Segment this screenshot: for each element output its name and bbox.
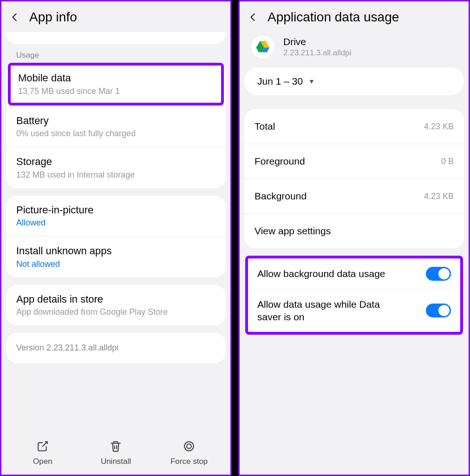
row-foreground: Foreground 0 B: [244, 144, 464, 178]
details-sub: App downloaded from Google Play Store: [16, 307, 215, 317]
svg-point-3: [187, 444, 191, 449]
bg-value: 4.23 KB: [424, 192, 454, 201]
bottom-action-bar: Open Uninstall Force stop: [1, 434, 230, 475]
content: Usage Mobile data 13.75 MB used since Ma…: [1, 32, 230, 434]
row-battery[interactable]: Battery 0% used since last fully charged: [6, 106, 226, 147]
battery-title: Battery: [16, 114, 215, 127]
highlight-mobile-data: Mobile data 13.75 MB used since Mar 1: [8, 63, 224, 106]
unknown-title: Install unknown apps: [16, 245, 215, 258]
drive-app-icon: [251, 35, 275, 59]
header: Application data usage: [240, 1, 469, 32]
total-value: 4.23 KB: [424, 122, 454, 132]
page-title: App info: [29, 10, 77, 25]
pip-sub: Allowed: [16, 218, 215, 228]
row-pip[interactable]: Picture-in-picture Allowed: [6, 196, 226, 237]
date-range-text: Jun 1 – 30: [257, 76, 303, 87]
row-total: Total 4.23 KB: [244, 109, 464, 144]
svg-point-2: [184, 442, 194, 451]
saver-toggle-switch[interactable]: [426, 304, 451, 317]
date-range-selector[interactable]: Jun 1 – 30 ▼: [244, 67, 464, 95]
mobile-data-title: Mobile data: [18, 72, 214, 85]
chevron-down-icon: ▼: [308, 78, 315, 85]
bg-toggle-label: Allow background data usage: [257, 267, 385, 280]
battery-sub: 0% used since last fully charged: [16, 129, 215, 139]
page-title: Application data usage: [268, 10, 399, 25]
bg-toggle-switch[interactable]: [426, 267, 451, 281]
details-title: App details in store: [16, 293, 215, 306]
row-background: Background 4.23 KB: [244, 178, 464, 213]
version-card: Version 2.23.211.3.all.alldpi: [6, 333, 226, 363]
content: Jun 1 – 30 ▼ Total 4.23 KB Foreground 0 …: [240, 67, 469, 475]
row-unknown-apps[interactable]: Install unknown apps Not allowed: [7, 236, 225, 278]
storage-sub: 132 MB used in Internal storage: [16, 170, 215, 180]
app-identity: Drive 2.23.211.3.all.alldpi: [240, 32, 469, 67]
usage-card: Mobile data 13.75 MB used since Mar 1 Ba…: [6, 63, 226, 188]
force-stop-button[interactable]: Force stop: [161, 440, 217, 466]
usage-section-label: Usage: [6, 47, 226, 65]
permissions-card: Picture-in-picture Allowed Install unkno…: [6, 196, 226, 278]
row-storage[interactable]: Storage 132 MB used in Internal storage: [7, 147, 225, 188]
previous-card-tail: [6, 32, 226, 44]
pip-title: Picture-in-picture: [16, 204, 215, 217]
row-view-settings[interactable]: View app settings: [244, 213, 464, 248]
uninstall-button[interactable]: Uninstall: [88, 440, 144, 466]
row-allow-data-saver[interactable]: Allow data usage while Data saver is on: [248, 289, 460, 332]
app-text: Drive 2.23.211.3.all.alldpi: [283, 36, 352, 58]
open-label: Open: [33, 457, 52, 466]
saver-toggle-label: Allow data usage while Data saver is on: [257, 298, 406, 324]
highlight-toggles: Allow background data usage Allow data u…: [245, 256, 463, 335]
bg-label: Background: [255, 191, 307, 202]
total-label: Total: [255, 121, 275, 132]
store-card: App details in store App downloaded from…: [6, 285, 226, 326]
open-icon: [37, 440, 49, 454]
stats-card: Total 4.23 KB Foreground 0 B Background …: [244, 109, 464, 248]
screens-divider: [232, 0, 238, 476]
app-version: 2.23.211.3.all.alldpi: [283, 48, 352, 58]
app-name: Drive: [283, 36, 352, 47]
row-mobile-data[interactable]: Mobile data 13.75 MB used since Mar 1: [11, 66, 221, 103]
screen-data-usage: Application data usage Drive 2.23.211.3.…: [238, 0, 470, 476]
header: App info: [1, 1, 230, 32]
back-icon[interactable]: [248, 12, 258, 22]
fg-label: Foreground: [255, 156, 305, 167]
open-button[interactable]: Open: [15, 440, 71, 466]
view-settings-label: View app settings: [255, 225, 331, 237]
mobile-data-sub: 13.75 MB used since Mar 1: [18, 86, 214, 96]
back-icon[interactable]: [10, 12, 20, 22]
screen-app-info: App info Usage Mobile data 13.75 MB used…: [0, 0, 232, 476]
toggles-card: Allow background data usage Allow data u…: [248, 258, 460, 332]
storage-title: Storage: [16, 155, 215, 168]
stop-icon: [183, 440, 195, 454]
forcestop-label: Force stop: [170, 457, 208, 466]
row-app-details[interactable]: App details in store App downloaded from…: [6, 285, 226, 326]
uninstall-label: Uninstall: [101, 457, 131, 466]
fg-value: 0 B: [441, 157, 454, 166]
version-text: Version 2.23.211.3.all.alldpi: [16, 343, 215, 353]
trash-icon: [110, 440, 122, 454]
unknown-sub: Not allowed: [16, 259, 215, 269]
row-allow-bg-data[interactable]: Allow background data usage: [248, 258, 460, 289]
